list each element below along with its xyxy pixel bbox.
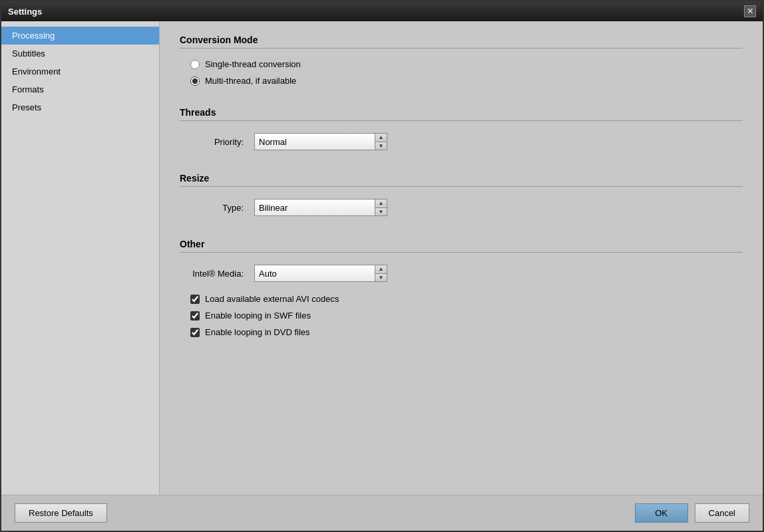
priority-spinner-btns: ▲ ▼ [375,134,387,150]
dvd-looping-checkbox[interactable] [190,328,200,337]
multi-thread-row: Multi-thread, if available [190,76,732,86]
other-title: Other [180,239,743,253]
swf-looping-label: Enable looping in SWF files [205,311,311,321]
type-label: Type: [190,203,244,213]
priority-down-btn[interactable]: ▼ [375,142,387,150]
swf-looping-checkbox[interactable] [190,311,200,321]
intel-media-up-btn[interactable]: ▲ [375,265,387,274]
avi-codecs-checkbox[interactable] [190,295,200,304]
threads-title: Threads [180,107,743,121]
conversion-mode-section: Conversion Mode Single-thread conversion… [180,35,743,91]
intel-media-down-btn[interactable]: ▼ [375,274,387,282]
avi-codecs-label: Load available external AVI codecs [205,294,339,304]
dvd-looping-label: Enable looping in DVD files [205,327,310,337]
sidebar-item-processing[interactable]: Processing [1,27,159,45]
conversion-mode-radio-group: Single-thread conversion Multi-thread, i… [180,54,743,91]
sidebar-item-environment[interactable]: Environment [1,63,159,80]
dvd-looping-row: Enable looping in DVD files [190,327,732,337]
resize-type-select[interactable]: Bilinear Bicubic Nearest Lanczos [255,200,375,215]
avi-codecs-row: Load available external AVI codecs [190,294,732,304]
swf-looping-row: Enable looping in SWF files [190,311,732,321]
sidebar-item-presets[interactable]: Presets [1,98,159,116]
sidebar-item-formats[interactable]: Formats [1,80,159,98]
priority-spinner[interactable]: Low Normal High Idle ▲ ▼ [254,133,387,150]
resize-type-spinner-btns: ▲ ▼ [375,200,387,215]
intel-media-spinner[interactable]: Auto Enabled Disabled ▲ ▼ [254,265,387,282]
cancel-button[interactable]: Cancel [695,503,749,523]
other-section: Other Intel® Media: Auto Enabled Disable… [180,239,743,342]
resize-type-down-btn[interactable]: ▼ [375,208,387,216]
single-thread-radio[interactable] [190,60,200,69]
priority-select[interactable]: Low Normal High Idle [255,134,375,150]
priority-up-btn[interactable]: ▲ [375,134,387,142]
close-button[interactable]: ✕ [744,5,756,17]
priority-label: Priority: [190,137,244,147]
intel-media-select[interactable]: Auto Enabled Disabled [255,265,375,281]
resize-type-up-btn[interactable]: ▲ [375,200,387,208]
restore-defaults-button[interactable]: Restore Defaults [15,503,107,523]
resize-type-spinner[interactable]: Bilinear Bicubic Nearest Lanczos ▲ ▼ [254,199,387,216]
ok-button[interactable]: OK [635,503,688,523]
intel-media-row: Intel® Media: Auto Enabled Disabled ▲ ▼ [180,258,743,289]
multi-thread-radio[interactable] [190,76,200,86]
single-thread-row: Single-thread conversion [190,59,732,69]
main-content: Conversion Mode Single-thread conversion… [160,21,763,495]
dialog-body: Processing Subtitles Environment Formats… [1,21,763,495]
conversion-mode-title: Conversion Mode [180,35,743,49]
priority-row: Priority: Low Normal High Idle ▲ ▼ [180,126,743,157]
multi-thread-label: Multi-thread, if available [205,76,296,86]
single-thread-label: Single-thread conversion [205,59,301,69]
sidebar: Processing Subtitles Environment Formats… [1,21,160,495]
other-checkboxes: Load available external AVI codecs Enabl… [180,289,743,342]
resize-section: Resize Type: Bilinear Bicubic Nearest La… [180,173,743,223]
intel-media-label: Intel® Media: [190,269,244,279]
dialog-title: Settings [8,7,42,17]
resize-title: Resize [180,173,743,187]
type-row: Type: Bilinear Bicubic Nearest Lanczos ▲… [180,192,743,223]
dialog-footer: Restore Defaults OK Cancel [1,495,763,531]
sidebar-item-subtitles[interactable]: Subtitles [1,45,159,63]
intel-media-spinner-btns: ▲ ▼ [375,265,387,281]
title-bar: Settings ✕ [1,1,763,21]
threads-section: Threads Priority: Low Normal High Idle ▲… [180,107,743,157]
footer-right: OK Cancel [635,503,749,523]
settings-dialog: Settings ✕ Processing Subtitles Environm… [0,0,764,532]
